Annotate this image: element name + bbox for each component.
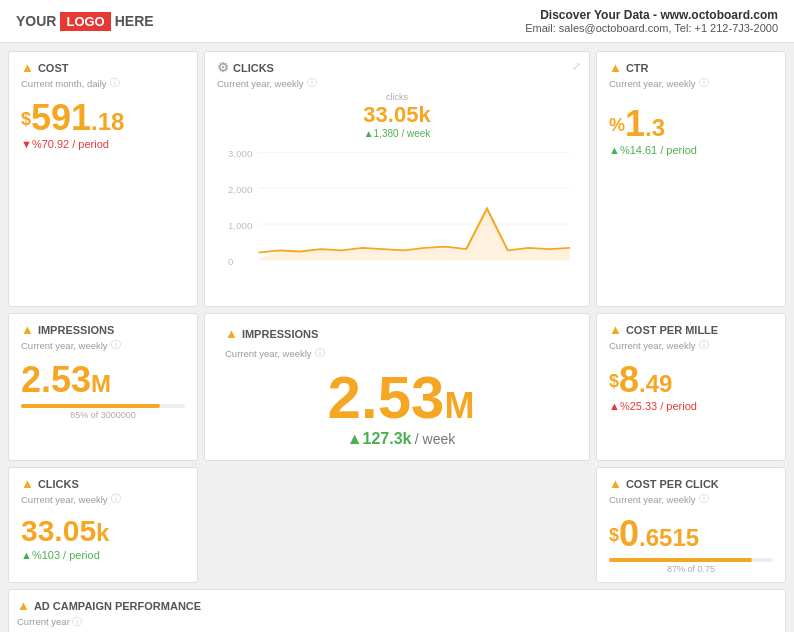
ad-campaign-section: ▲ AD CAMPAIGN PERFORMANCE Current year ⓘ… — [8, 589, 786, 632]
cost-whole: 591 — [31, 97, 91, 138]
cost-per-click-card: ▲ COST PER CLICK Current year, weekly ⓘ … — [596, 467, 786, 583]
header-right: Discover Your Data - www.octoboard.com E… — [525, 8, 778, 34]
ctr-card-subtitle: Current year, weekly ⓘ — [609, 76, 773, 90]
impressions-big-week-label: / week — [415, 431, 455, 447]
cpm-decimal: .49 — [639, 370, 672, 397]
cpc-info-icon[interactable]: ⓘ — [699, 492, 709, 506]
impressions-big-info-icon[interactable]: ⓘ — [315, 346, 325, 360]
impressions-small-title: ▲ IMPRESSIONS — [21, 322, 185, 337]
impressions-big-icon: ▲ — [225, 326, 238, 341]
cpm-subtitle: Current year, weekly ⓘ — [609, 338, 773, 352]
ad-icon: ▲ — [17, 598, 30, 613]
ctr-change: ▲%14.61 / period — [609, 144, 773, 156]
top-grid: ▲ COST Current month, daily ⓘ $591.18 ▼%… — [8, 51, 786, 307]
clicks-week-change: ▲1,380 — [364, 128, 399, 139]
cpc-currency: $ — [609, 525, 619, 545]
impressions-progress-fill — [21, 404, 160, 408]
logo-after: HERE — [115, 13, 154, 29]
clicks-small-subtitle: Current year, weekly ⓘ — [21, 492, 185, 506]
cpc-title: ▲ COST PER CLICK — [609, 476, 773, 491]
ctr-icon: ▲ — [609, 60, 622, 75]
clicks-info-icon[interactable]: ⓘ — [307, 76, 317, 90]
svg-text:3,000: 3,000 — [228, 150, 252, 159]
svg-text:2,000: 2,000 — [228, 186, 252, 195]
cost-info-icon[interactable]: ⓘ — [110, 76, 120, 90]
svg-marker-8 — [259, 209, 571, 260]
impressions-progress-wrap — [21, 404, 185, 408]
bot-grid: ▲ CLICKS Current year, weekly ⓘ 33.05k ▲… — [8, 467, 786, 583]
impressions-big-title: ▲ IMPRESSIONS — [225, 326, 318, 341]
cpc-progress-fill — [609, 558, 752, 562]
cpc-subtitle: Current year, weekly ⓘ — [609, 492, 773, 506]
gear-icon: ⚙ — [217, 60, 229, 75]
ctr-whole: 1 — [625, 103, 645, 144]
cost-currency: $ — [21, 109, 31, 129]
cpm-value: $8.49 — [609, 362, 773, 398]
cpc-icon: ▲ — [609, 476, 622, 491]
header: YOUR LOGO HERE Discover Your Data - www.… — [0, 0, 794, 43]
ctr-value: %1.3 — [609, 106, 773, 142]
impressions-num: 2.53 — [21, 359, 91, 400]
ad-info-icon[interactable]: ⓘ — [72, 616, 82, 627]
cost-value: $591.18 — [21, 100, 185, 136]
email-label: Email: sales@octoboard.com, Tel: +1 212-… — [525, 22, 778, 34]
logo-box: LOGO — [60, 12, 110, 31]
site-label: Discover Your Data - www.octoboard.com — [525, 8, 778, 22]
cost-decimal: .18 — [91, 108, 124, 135]
clicks-small-num: 33.05 — [21, 514, 96, 547]
impressions-small-value: 2.53M — [21, 362, 185, 398]
clicks-small-value: 33.05k — [21, 516, 185, 547]
clicks-big-value: 33.05k — [217, 102, 577, 128]
cost-per-mille-card: ▲ COST PER MILLE Current year, weekly ⓘ … — [596, 313, 786, 461]
clicks-small-unit: k — [96, 519, 109, 546]
ctr-info-icon[interactable]: ⓘ — [699, 76, 709, 90]
bot-spacer — [204, 467, 590, 583]
impressions-small-card: ▲ IMPRESSIONS Current year, weekly ⓘ 2.5… — [8, 313, 198, 461]
impressions-big-subtitle: Current year, weekly ⓘ — [225, 346, 325, 360]
cpm-icon: ▲ — [609, 322, 622, 337]
clicks-chart-title: ⚙ CLICKS — [217, 60, 317, 75]
cpc-progress-wrap — [609, 558, 773, 562]
impressions-unit: M — [91, 370, 111, 397]
ctr-card-title: ▲ CTR — [609, 60, 773, 75]
cpc-value: $0.6515 — [609, 516, 773, 552]
ctr-card: ▲ CTR Current year, weekly ⓘ %1.3 ▲%14.6… — [596, 51, 786, 307]
cpm-change: ▲%25.33 / period — [609, 400, 773, 412]
clicks-chart-subtitle: Current year, weekly ⓘ — [217, 76, 317, 90]
cpm-info-icon[interactable]: ⓘ — [699, 338, 709, 352]
impressions-small-subtitle: Current year, weekly ⓘ — [21, 338, 185, 352]
cpc-whole: 0 — [619, 513, 639, 554]
cost-card: ▲ COST Current month, daily ⓘ $591.18 ▼%… — [8, 51, 198, 307]
logo-area: YOUR LOGO HERE — [16, 12, 154, 31]
svg-text:0: 0 — [228, 257, 233, 266]
cost-icon: ▲ — [21, 60, 34, 75]
main-content: ▲ COST Current month, daily ⓘ $591.18 ▼%… — [0, 43, 794, 632]
clicks-chart-card: ⚙ CLICKS Current year, weekly ⓘ ⤢ clicks… — [204, 51, 590, 307]
cpm-whole: 8 — [619, 359, 639, 400]
clicks-small-title: ▲ CLICKS — [21, 476, 185, 491]
cost-change: ▼%70.92 / period — [21, 138, 185, 150]
mid-grid: ▲ IMPRESSIONS Current year, weekly ⓘ 2.5… — [8, 313, 786, 461]
cpc-progress-label: 87% of 0.75 — [609, 564, 773, 574]
expand-icon[interactable]: ⤢ — [572, 60, 581, 73]
ad-campaign-title: ▲ AD CAMPAIGN PERFORMANCE — [17, 598, 777, 613]
ad-campaign-subtitle: Current year ⓘ — [17, 615, 777, 629]
impressions-big-unit: M — [444, 385, 474, 427]
clicks-small-info-icon[interactable]: ⓘ — [111, 492, 121, 506]
chart-label: clicks — [217, 92, 577, 102]
cpc-decimal: .6515 — [639, 524, 699, 551]
ctr-pct: % — [609, 115, 625, 135]
logo-before: YOUR — [16, 13, 56, 29]
clicks-week: ▲1,380 / week — [217, 128, 577, 139]
impressions-big-week: ▲127.3k / week — [347, 430, 456, 448]
impressions-big-card: ▲ IMPRESSIONS Current year, weekly ⓘ 2.5… — [204, 313, 590, 461]
impressions-info-icon[interactable]: ⓘ — [111, 338, 121, 352]
cost-card-subtitle: Current month, daily ⓘ — [21, 76, 185, 90]
impressions-big-num: 2.53 — [328, 368, 445, 428]
ctr-decimal: .3 — [645, 114, 665, 141]
clicks-small-card: ▲ CLICKS Current year, weekly ⓘ 33.05k ▲… — [8, 467, 198, 583]
cpm-title: ▲ COST PER MILLE — [609, 322, 773, 337]
impressions-icon: ▲ — [21, 322, 34, 337]
cpm-currency: $ — [609, 371, 619, 391]
impressions-big-week-change: ▲127.3k — [347, 430, 412, 447]
